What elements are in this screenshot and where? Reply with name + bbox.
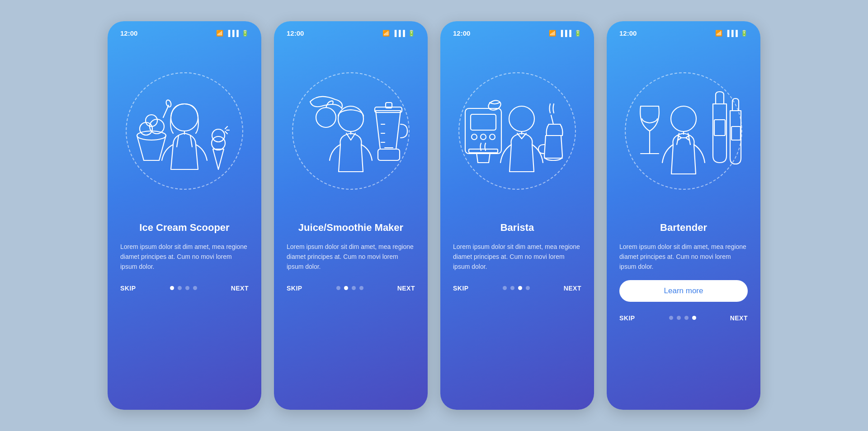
status-icons-2: 📶 ▐▐▐ 🔋 <box>382 30 415 37</box>
dot-1-1 <box>170 286 174 290</box>
status-time-3: 12:00 <box>453 29 470 37</box>
svg-point-33 <box>509 106 534 131</box>
wifi-icon-4: 📶 <box>715 30 722 37</box>
skip-button-4[interactable]: SKIP <box>619 314 635 322</box>
dot-4-3 <box>684 316 689 320</box>
signal-icon-2: ▐▐▐ <box>392 30 405 37</box>
svg-rect-31 <box>469 149 498 153</box>
wifi-icon-3: 📶 <box>549 30 556 37</box>
status-icons-1: 📶 ▐▐▐ 🔋 <box>216 30 249 37</box>
svg-point-16 <box>316 108 336 127</box>
status-bar-2: 12:00 📶 ▐▐▐ 🔋 <box>274 21 428 41</box>
dot-2-1 <box>336 286 340 290</box>
dot-1-2 <box>178 286 182 290</box>
bartender-svg <box>618 66 749 197</box>
nav-bar-4: SKIP NEXT <box>607 310 760 332</box>
card-desc-2: Lorem ipsum dolor sit dim amet, mea regi… <box>287 242 415 272</box>
card-desc-3: Lorem ipsum dolor sit dim amet, mea regi… <box>453 242 581 272</box>
battery-icon-2: 🔋 <box>408 30 415 37</box>
dot-2-4 <box>359 286 363 290</box>
next-button-1[interactable]: NEXT <box>231 285 249 292</box>
screen-bartender: 12:00 📶 ▐▐▐ 🔋 <box>607 21 760 410</box>
barista-svg <box>452 66 583 197</box>
skip-button-1[interactable]: SKIP <box>120 285 136 292</box>
ice-cream-svg <box>119 66 250 197</box>
svg-line-13 <box>225 126 227 129</box>
card-title-1: Ice Cream Scooper <box>120 221 249 234</box>
card-title-2: Juice/Smoothie Maker <box>287 221 415 234</box>
status-bar-4: 12:00 📶 ▐▐▐ 🔋 <box>607 21 760 41</box>
status-icons-4: 📶 ▐▐▐ 🔋 <box>715 30 748 37</box>
wifi-icon: 📶 <box>216 30 223 37</box>
screens-container: 12:00 📶 ▐▐▐ 🔋 <box>108 21 760 410</box>
dot-2-3 <box>352 286 356 290</box>
dot-3-2 <box>510 286 514 290</box>
skip-button-3[interactable]: SKIP <box>453 285 469 292</box>
svg-rect-24 <box>378 149 400 160</box>
svg-point-38 <box>671 106 696 131</box>
wifi-icon-2: 📶 <box>382 30 390 37</box>
svg-line-15 <box>225 131 227 134</box>
dot-3-3 <box>518 286 522 290</box>
signal-icon-4: ▐▐▐ <box>725 30 738 37</box>
nav-bar-3: SKIP NEXT <box>440 280 594 302</box>
svg-point-28 <box>472 134 477 140</box>
svg-line-7 <box>163 105 169 117</box>
svg-point-11 <box>212 136 225 150</box>
battery-icon: 🔋 <box>241 30 249 37</box>
screen-smoothie: 12:00 📶 ▐▐▐ 🔋 <box>274 21 428 410</box>
signal-icon: ▐▐▐ <box>226 30 239 37</box>
svg-point-12 <box>212 129 225 142</box>
skip-button-2[interactable]: SKIP <box>287 285 302 292</box>
next-button-4[interactable]: NEXT <box>730 314 748 322</box>
illustration-ice-cream <box>108 41 261 221</box>
signal-icon-3: ▐▐▐ <box>559 30 571 37</box>
dots-3 <box>503 286 530 290</box>
dot-3-1 <box>503 286 507 290</box>
learn-more-button[interactable]: Learn more <box>619 280 748 302</box>
svg-rect-27 <box>471 114 496 130</box>
nav-bar-1: SKIP NEXT <box>108 280 261 302</box>
status-time-4: 12:00 <box>619 29 637 37</box>
nav-bar-2: SKIP NEXT <box>274 280 428 302</box>
illustration-barista <box>440 41 594 221</box>
text-area-1: Ice Cream Scooper Lorem ipsum dolor sit … <box>108 221 261 280</box>
text-area-4: Bartender Lorem ipsum dolor sit dim amet… <box>607 221 760 310</box>
text-area-2: Juice/Smoothie Maker Lorem ipsum dolor s… <box>274 221 428 280</box>
dots-4 <box>669 316 696 320</box>
dot-1-3 <box>185 286 189 290</box>
card-desc-4: Lorem ipsum dolor sit dim amet, mea regi… <box>619 242 748 272</box>
dot-4-4 <box>692 316 696 320</box>
smoothie-svg <box>285 66 416 197</box>
dots-2 <box>336 286 363 290</box>
next-button-3[interactable]: NEXT <box>564 285 581 292</box>
card-desc-1: Lorem ipsum dolor sit dim amet, mea regi… <box>120 242 249 272</box>
dot-3-4 <box>526 286 530 290</box>
battery-icon-3: 🔋 <box>574 30 581 37</box>
text-area-3: Barista Lorem ipsum dolor sit dim amet, … <box>440 221 594 280</box>
card-title-3: Barista <box>453 221 581 234</box>
dots-1 <box>170 286 197 290</box>
svg-point-32 <box>487 99 502 112</box>
svg-point-8 <box>165 99 172 108</box>
status-bar-1: 12:00 📶 ▐▐▐ 🔋 <box>108 21 261 41</box>
dot-1-4 <box>193 286 197 290</box>
illustration-smoothie <box>274 41 428 221</box>
svg-rect-42 <box>731 126 741 140</box>
dot-4-2 <box>677 316 681 320</box>
illustration-bartender <box>607 41 760 221</box>
svg-point-29 <box>481 134 486 140</box>
card-title-4: Bartender <box>619 221 748 234</box>
battery-icon-4: 🔋 <box>741 30 748 37</box>
status-time-1: 12:00 <box>120 29 137 37</box>
dot-4-1 <box>669 316 673 320</box>
status-time-2: 12:00 <box>287 29 304 37</box>
screen-ice-cream: 12:00 📶 ▐▐▐ 🔋 <box>108 21 261 410</box>
svg-rect-41 <box>714 120 725 136</box>
svg-point-30 <box>490 134 495 140</box>
status-bar-3: 12:00 📶 ▐▐▐ 🔋 <box>440 21 594 41</box>
next-button-2[interactable]: NEXT <box>397 285 415 292</box>
screen-barista: 12:00 📶 ▐▐▐ 🔋 <box>440 21 594 410</box>
dot-2-2 <box>344 286 348 290</box>
status-icons-3: 📶 ▐▐▐ 🔋 <box>549 30 581 37</box>
